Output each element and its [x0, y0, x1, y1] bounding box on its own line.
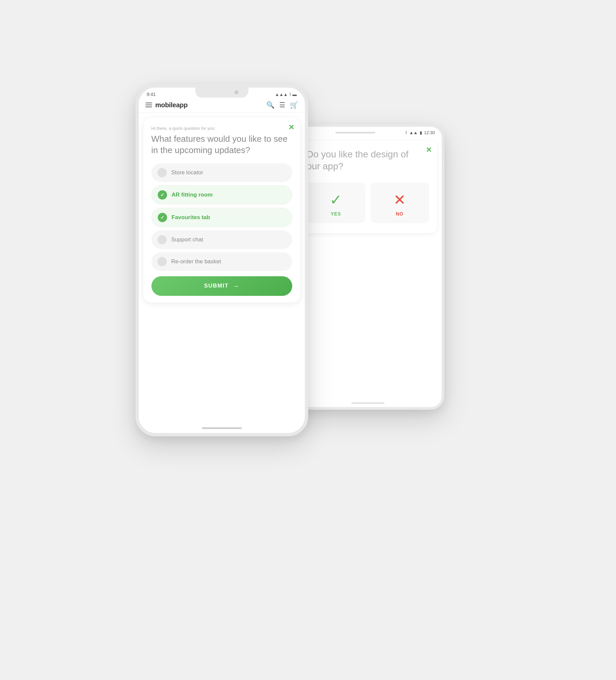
yn-option-no[interactable]: ✕ NO — [371, 182, 429, 223]
left-phone: 9:41 ▲▲▲ ⌇ ▬ mobileapp 🔍 ☰ 🛒 ✕ — [136, 84, 308, 436]
home-indicator-left — [202, 427, 242, 429]
option-circle-reorder-basket — [158, 257, 167, 266]
app-title: mobileapp — [156, 101, 188, 109]
cart-icon[interactable]: 🛒 — [290, 101, 298, 109]
option-circle-favourites-tab: ✓ — [158, 213, 167, 222]
option-ar-fitting-room[interactable]: ✓ AR fitting room — [151, 185, 292, 204]
front-camera — [234, 90, 239, 94]
option-circle-store-locator — [158, 168, 167, 177]
option-label-support-chat: Support chat — [171, 236, 203, 243]
no-cross-icon: ✕ — [393, 193, 406, 207]
yn-question: Do you like the design of our app? — [307, 148, 429, 173]
option-reorder-basket[interactable]: Re-order the basket — [151, 252, 292, 271]
android-status-icons: ⌇ ▲▲ ▮ 12:30 — [405, 130, 435, 135]
android-top-bar — [335, 132, 375, 134]
signal-icon: ▲▲▲ — [275, 92, 288, 97]
status-time: 9:41 — [147, 92, 156, 97]
yn-option-yes[interactable]: ✓ YES — [307, 182, 365, 223]
survey-close-button[interactable]: ✕ — [288, 124, 294, 131]
option-circle-support-chat — [158, 235, 167, 244]
option-circle-ar-fitting-room: ✓ — [158, 190, 167, 200]
yn-close-button[interactable]: ✕ — [426, 146, 432, 154]
phone-notch — [195, 88, 248, 97]
app-bar-left: mobileapp — [145, 101, 188, 109]
android-status-bar: ⌇ ▲▲ ▮ 12:30 — [294, 127, 442, 137]
option-label-ar-fitting-room: AR fitting room — [172, 192, 213, 198]
yes-label: YES — [331, 211, 341, 217]
no-label: NO — [396, 211, 403, 217]
yn-card: ✕ Do you like the design of our app? ✓ Y… — [299, 140, 437, 233]
android-wifi-icon: ⌇ — [405, 130, 407, 135]
survey-subtitle: Hi there, a quick question for you: — [151, 126, 292, 131]
yn-options-container: ✓ YES ✕ NO — [307, 182, 429, 223]
search-icon[interactable]: 🔍 — [266, 101, 275, 109]
menu-icon[interactable] — [145, 103, 152, 107]
app-bar: mobileapp 🔍 ☰ 🛒 — [139, 98, 305, 113]
wifi-icon: ⌇ — [289, 92, 291, 97]
yes-checkmark-icon: ✓ — [330, 193, 342, 207]
submit-arrow-icon: → — [233, 282, 240, 290]
android-time: 12:30 — [424, 130, 435, 135]
home-indicator-right — [351, 402, 385, 404]
android-signal-icon: ▲▲ — [409, 130, 418, 135]
option-label-store-locator: Store locator — [171, 169, 203, 176]
option-favourites-tab[interactable]: ✓ Favourites tab — [151, 208, 292, 227]
option-label-reorder-basket: Re-order the basket — [171, 258, 221, 265]
option-support-chat[interactable]: Support chat — [151, 230, 292, 249]
submit-button[interactable]: SUBMIT → — [151, 276, 292, 296]
option-store-locator[interactable]: Store locator — [151, 163, 292, 182]
survey-question: What features would you like to see in t… — [151, 134, 292, 156]
submit-label: SUBMIT — [204, 283, 228, 289]
option-label-favourites-tab: Favourites tab — [172, 214, 210, 221]
app-bar-icons: 🔍 ☰ 🛒 — [266, 101, 298, 109]
survey-card: ✕ Hi there, a quick question for you: Wh… — [143, 118, 300, 303]
battery-icon: ▬ — [292, 92, 297, 97]
list-icon[interactable]: ☰ — [279, 101, 285, 109]
right-phone: ⌇ ▲▲ ▮ 12:30 ✕ Do you like the design of… — [291, 124, 444, 410]
android-battery-icon: ▮ — [420, 130, 422, 135]
status-icons: ▲▲▲ ⌇ ▬ — [275, 92, 297, 97]
